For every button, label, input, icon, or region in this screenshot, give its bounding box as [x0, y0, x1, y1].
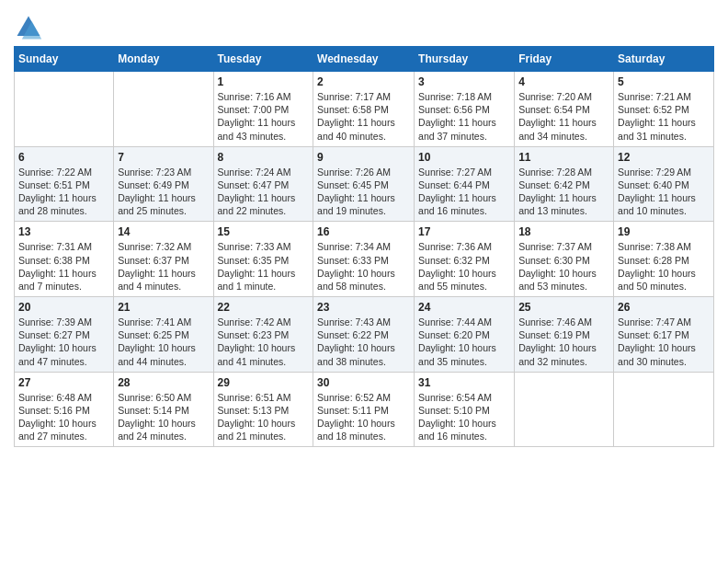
cell-details: Sunrise: 7:47 AM Sunset: 6:17 PM Dayligh…: [618, 316, 710, 368]
day-header-monday: Monday: [114, 47, 213, 72]
calendar-cell: 23Sunrise: 7:43 AM Sunset: 6:22 PM Dayli…: [313, 297, 415, 373]
calendar-cell: [114, 72, 213, 147]
calendar-cell: 22Sunrise: 7:42 AM Sunset: 6:23 PM Dayli…: [213, 297, 313, 373]
day-number: 4: [518, 75, 609, 88]
cell-details: Sunrise: 7:23 AM Sunset: 6:49 PM Dayligh…: [118, 166, 209, 218]
day-number: 3: [418, 75, 510, 88]
cell-details: Sunrise: 7:46 AM Sunset: 6:19 PM Dayligh…: [518, 316, 609, 368]
cell-details: Sunrise: 6:51 AM Sunset: 5:13 PM Dayligh…: [218, 391, 310, 443]
calendar-cell: 17Sunrise: 7:36 AM Sunset: 6:32 PM Dayli…: [415, 222, 515, 297]
cell-details: Sunrise: 7:17 AM Sunset: 6:58 PM Dayligh…: [317, 90, 410, 143]
cell-details: Sunrise: 7:37 AM Sunset: 6:30 PM Dayligh…: [518, 240, 609, 293]
day-number: 6: [18, 151, 109, 164]
calendar-cell: 16Sunrise: 7:34 AM Sunset: 6:33 PM Dayli…: [313, 222, 415, 297]
cell-details: Sunrise: 7:43 AM Sunset: 6:22 PM Dayligh…: [317, 316, 410, 368]
calendar-cell: 14Sunrise: 7:32 AM Sunset: 6:37 PM Dayli…: [114, 222, 213, 297]
calendar-cell: 15Sunrise: 7:33 AM Sunset: 6:35 PM Dayli…: [213, 222, 313, 297]
calendar-cell: 3Sunrise: 7:18 AM Sunset: 6:56 PM Daylig…: [415, 72, 515, 147]
day-number: 17: [418, 225, 510, 238]
calendar-cell: 19Sunrise: 7:38 AM Sunset: 6:28 PM Dayli…: [614, 222, 714, 297]
calendar-week-row: 13Sunrise: 7:31 AM Sunset: 6:38 PM Dayli…: [15, 222, 714, 297]
calendar-cell: 31Sunrise: 6:54 AM Sunset: 5:10 PM Dayli…: [415, 372, 515, 447]
day-number: 26: [618, 301, 710, 314]
cell-details: Sunrise: 7:41 AM Sunset: 6:25 PM Dayligh…: [118, 316, 209, 368]
cell-details: Sunrise: 7:42 AM Sunset: 6:23 PM Dayligh…: [218, 316, 310, 368]
day-number: 10: [418, 151, 510, 164]
calendar-cell: 4Sunrise: 7:20 AM Sunset: 6:54 PM Daylig…: [515, 72, 614, 147]
day-header-wednesday: Wednesday: [313, 47, 415, 72]
calendar-cell: 1Sunrise: 7:16 AM Sunset: 7:00 PM Daylig…: [213, 72, 313, 147]
day-number: 27: [18, 376, 109, 389]
calendar-cell: 20Sunrise: 7:39 AM Sunset: 6:27 PM Dayli…: [15, 297, 114, 373]
day-number: 30: [317, 376, 410, 389]
day-header-friday: Friday: [515, 47, 614, 72]
calendar-cell: 9Sunrise: 7:26 AM Sunset: 6:45 PM Daylig…: [313, 146, 415, 222]
cell-details: Sunrise: 7:24 AM Sunset: 6:47 PM Dayligh…: [218, 166, 310, 218]
cell-details: Sunrise: 7:21 AM Sunset: 6:52 PM Dayligh…: [618, 90, 710, 143]
day-number: 5: [618, 75, 710, 88]
day-number: 14: [118, 225, 209, 238]
cell-details: Sunrise: 6:54 AM Sunset: 5:10 PM Dayligh…: [418, 391, 510, 443]
day-number: 7: [118, 151, 209, 164]
calendar-cell: 6Sunrise: 7:22 AM Sunset: 6:51 PM Daylig…: [15, 146, 114, 222]
calendar-cell: [515, 372, 614, 447]
day-header-sunday: Sunday: [15, 47, 114, 72]
calendar-cell: 25Sunrise: 7:46 AM Sunset: 6:19 PM Dayli…: [515, 297, 614, 373]
cell-details: Sunrise: 7:22 AM Sunset: 6:51 PM Dayligh…: [18, 166, 109, 218]
day-number: 23: [317, 301, 410, 314]
cell-details: Sunrise: 7:27 AM Sunset: 6:44 PM Dayligh…: [418, 166, 510, 218]
day-number: 15: [218, 225, 310, 238]
cell-details: Sunrise: 7:36 AM Sunset: 6:32 PM Dayligh…: [418, 240, 510, 293]
cell-details: Sunrise: 6:52 AM Sunset: 5:11 PM Dayligh…: [317, 391, 410, 443]
calendar-week-row: 27Sunrise: 6:48 AM Sunset: 5:16 PM Dayli…: [15, 372, 714, 447]
calendar-cell: 11Sunrise: 7:28 AM Sunset: 6:42 PM Dayli…: [515, 146, 614, 222]
day-number: 21: [118, 301, 209, 314]
cell-details: Sunrise: 7:44 AM Sunset: 6:20 PM Dayligh…: [418, 316, 510, 368]
calendar-cell: 13Sunrise: 7:31 AM Sunset: 6:38 PM Dayli…: [15, 222, 114, 297]
cell-details: Sunrise: 7:29 AM Sunset: 6:40 PM Dayligh…: [618, 166, 710, 218]
day-number: 13: [18, 225, 109, 238]
calendar-cell: 10Sunrise: 7:27 AM Sunset: 6:44 PM Dayli…: [415, 146, 515, 222]
day-number: 28: [118, 376, 209, 389]
cell-details: Sunrise: 7:28 AM Sunset: 6:42 PM Dayligh…: [518, 166, 609, 218]
calendar-week-row: 6Sunrise: 7:22 AM Sunset: 6:51 PM Daylig…: [15, 146, 714, 222]
logo-icon: [14, 13, 43, 42]
calendar-cell: 24Sunrise: 7:44 AM Sunset: 6:20 PM Dayli…: [415, 297, 515, 373]
logo: [14, 13, 45, 42]
cell-details: Sunrise: 7:26 AM Sunset: 6:45 PM Dayligh…: [317, 166, 410, 218]
cell-details: Sunrise: 7:34 AM Sunset: 6:33 PM Dayligh…: [317, 240, 410, 293]
calendar-cell: 12Sunrise: 7:29 AM Sunset: 6:40 PM Dayli…: [614, 146, 714, 222]
day-number: 9: [317, 151, 410, 164]
calendar-header-row: SundayMondayTuesdayWednesdayThursdayFrid…: [15, 47, 714, 72]
calendar-table: SundayMondayTuesdayWednesdayThursdayFrid…: [14, 46, 714, 447]
day-header-saturday: Saturday: [614, 47, 714, 72]
cell-details: Sunrise: 7:18 AM Sunset: 6:56 PM Dayligh…: [418, 90, 510, 143]
day-number: 31: [418, 376, 510, 389]
calendar-cell: 7Sunrise: 7:23 AM Sunset: 6:49 PM Daylig…: [114, 146, 213, 222]
calendar-cell: [614, 372, 714, 447]
day-number: 24: [418, 301, 510, 314]
day-header-thursday: Thursday: [415, 47, 515, 72]
day-number: 29: [218, 376, 310, 389]
day-header-tuesday: Tuesday: [213, 47, 313, 72]
cell-details: Sunrise: 7:38 AM Sunset: 6:28 PM Dayligh…: [618, 240, 710, 293]
calendar-cell: 5Sunrise: 7:21 AM Sunset: 6:52 PM Daylig…: [614, 72, 714, 147]
calendar-week-row: 20Sunrise: 7:39 AM Sunset: 6:27 PM Dayli…: [15, 297, 714, 373]
calendar-cell: 27Sunrise: 6:48 AM Sunset: 5:16 PM Dayli…: [15, 372, 114, 447]
day-number: 19: [618, 225, 710, 238]
day-number: 11: [518, 151, 609, 164]
cell-details: Sunrise: 7:31 AM Sunset: 6:38 PM Dayligh…: [18, 240, 109, 293]
calendar-cell: 8Sunrise: 7:24 AM Sunset: 6:47 PM Daylig…: [213, 146, 313, 222]
page-header: [14, 9, 714, 42]
cell-details: Sunrise: 7:39 AM Sunset: 6:27 PM Dayligh…: [18, 316, 109, 368]
day-number: 8: [218, 151, 310, 164]
calendar-cell: [15, 72, 114, 147]
cell-details: Sunrise: 7:33 AM Sunset: 6:35 PM Dayligh…: [218, 240, 310, 293]
day-number: 12: [618, 151, 710, 164]
calendar-cell: 29Sunrise: 6:51 AM Sunset: 5:13 PM Dayli…: [213, 372, 313, 447]
cell-details: Sunrise: 7:32 AM Sunset: 6:37 PM Dayligh…: [118, 240, 209, 293]
day-number: 22: [218, 301, 310, 314]
calendar-cell: 30Sunrise: 6:52 AM Sunset: 5:11 PM Dayli…: [313, 372, 415, 447]
calendar-cell: 28Sunrise: 6:50 AM Sunset: 5:14 PM Dayli…: [114, 372, 213, 447]
calendar-cell: 26Sunrise: 7:47 AM Sunset: 6:17 PM Dayli…: [614, 297, 714, 373]
